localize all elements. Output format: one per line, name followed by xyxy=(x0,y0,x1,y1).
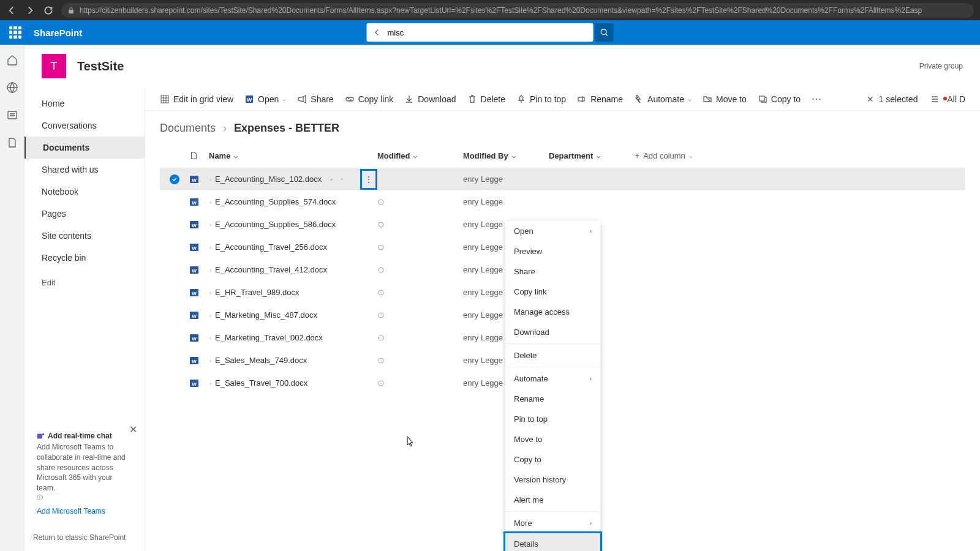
chevron-down-icon: ⌵ xyxy=(688,96,692,102)
chevron-down-icon: ⌵ xyxy=(413,152,417,159)
search-input[interactable] xyxy=(388,28,587,37)
menu-item-details[interactable]: Details xyxy=(503,531,602,551)
svg-rect-10 xyxy=(760,96,764,101)
list-icon xyxy=(930,94,940,104)
content-area: Edit in grid view W Open ⌵ Share Copy li… xyxy=(145,88,980,551)
menu-item-automate[interactable]: Automate› xyxy=(505,369,600,389)
site-logo[interactable]: T xyxy=(42,54,66,78)
add-column-button[interactable]: +Add column⌵ xyxy=(635,151,693,160)
modified-by-cell[interactable]: enry Legge xyxy=(463,197,549,206)
menu-item-rename[interactable]: Rename xyxy=(505,389,600,409)
modified-by-cell[interactable]: enry Legge xyxy=(463,174,549,184)
edit-grid-button[interactable]: Edit in grid view xyxy=(160,94,233,104)
menu-item-more[interactable]: More› xyxy=(505,513,600,533)
file-name-link[interactable]: E_Sales_Travel_700.docx xyxy=(215,378,307,388)
more-commands-button[interactable]: ⋯ xyxy=(812,93,821,105)
file-name-link[interactable]: E_Accounting_Travel_412.docx xyxy=(215,265,327,274)
chat-promo: ✕ Add real-time chat Add Microsoft Teams… xyxy=(32,427,137,520)
share-button[interactable]: Share xyxy=(297,94,333,104)
file-name-link[interactable]: E_HR_Travel_989.docx xyxy=(215,288,300,297)
app-name[interactable]: SharePoint xyxy=(34,28,82,38)
delete-button[interactable]: Delete xyxy=(467,94,505,104)
move-button[interactable]: Move to xyxy=(703,94,747,104)
pin-button[interactable]: Pin to top xyxy=(516,94,566,104)
file-name-link[interactable]: E_Sales_Meals_749.docx xyxy=(215,356,307,365)
modified-column-header[interactable]: Modified⌵ xyxy=(377,151,463,160)
view-selector[interactable]: All D xyxy=(930,94,965,104)
app-launcher-button[interactable] xyxy=(9,26,21,39)
search-back-icon[interactable] xyxy=(373,28,382,37)
menu-item-copy-to[interactable]: Copy to xyxy=(505,449,600,470)
share-icon[interactable] xyxy=(330,175,333,184)
file-name-link[interactable]: E_Marketing_Travel_002.docx xyxy=(215,333,323,342)
file-name-link[interactable]: E_Accounting_Supplies_574.docx xyxy=(215,197,336,206)
menu-item-manage-access[interactable]: Manage access xyxy=(505,302,600,322)
news-icon[interactable] xyxy=(6,109,18,121)
selection-count[interactable]: ✕ 1 selected xyxy=(867,94,918,104)
site-name[interactable]: TestSite xyxy=(77,59,124,73)
clear-selection-icon[interactable]: ✕ xyxy=(867,94,874,104)
nav-item-site-contents[interactable]: Site contents xyxy=(24,225,145,247)
automate-button[interactable]: Automate ⌵ xyxy=(634,94,692,104)
word-icon: W xyxy=(244,94,254,104)
selected-check-icon[interactable] xyxy=(170,174,179,184)
copy-button[interactable]: Copy to xyxy=(758,94,801,104)
file-name-link[interactable]: E_Accounting_Supplies_586.docx xyxy=(215,220,336,229)
modified-by-column-header[interactable]: Modified By⌵ xyxy=(463,151,549,160)
nav-item-shared-with-us[interactable]: Shared with us xyxy=(24,159,145,181)
home-icon[interactable] xyxy=(6,54,18,66)
copy-link-button[interactable]: Copy link xyxy=(345,94,394,104)
nav-item-conversations[interactable]: Conversations xyxy=(24,114,145,137)
chat-promo-link[interactable]: Add Microsoft Teams xyxy=(37,507,132,515)
download-button[interactable]: Download xyxy=(404,94,456,104)
globe-icon[interactable] xyxy=(6,81,18,94)
share-arrow-icon[interactable] xyxy=(341,175,343,184)
rename-icon xyxy=(577,94,587,104)
chevron-down-icon: ⌵ xyxy=(597,152,600,159)
menu-item-open[interactable]: Open› xyxy=(505,221,600,241)
svg-point-27 xyxy=(379,290,383,295)
svg-point-24 xyxy=(379,268,383,272)
svg-text:W: W xyxy=(192,246,197,251)
search-box[interactable] xyxy=(367,23,594,42)
chevron-right-icon: › xyxy=(590,228,592,234)
department-column-header[interactable]: Department⌵ xyxy=(549,151,635,160)
menu-item-alert-me[interactable]: Alert me xyxy=(505,490,600,510)
menu-item-preview[interactable]: Preview xyxy=(505,241,600,261)
classic-link[interactable]: Return to classic SharePoint xyxy=(33,533,126,542)
search-button[interactable] xyxy=(595,23,614,42)
context-menu: Open›PreviewShareCopy linkManage accessD… xyxy=(505,221,600,551)
menu-item-move-to[interactable]: Move to xyxy=(505,429,600,449)
breadcrumb-parent-link[interactable]: Documents xyxy=(160,122,216,135)
menu-item-copy-link[interactable]: Copy link xyxy=(505,282,600,302)
menu-item-share[interactable]: Share xyxy=(505,261,600,282)
browser-url-bar[interactable]: https://citizenbuilders.sharepoint.com/s… xyxy=(61,3,974,18)
nav-item-pages[interactable]: Pages xyxy=(24,203,145,225)
browser-forward-button[interactable] xyxy=(24,5,36,16)
menu-item-pin-to-top[interactable]: Pin to top xyxy=(505,409,600,429)
table-row[interactable]: W⬨E_Accounting_Misc_102.docx⋮enry Legge xyxy=(160,168,965,190)
svg-point-15 xyxy=(379,200,383,204)
row-more-button[interactable]: ⋮ xyxy=(360,169,377,190)
menu-item-version-history[interactable]: Version history xyxy=(505,470,600,490)
files-icon[interactable] xyxy=(6,137,18,149)
open-button[interactable]: W Open ⌵ xyxy=(244,94,286,104)
file-name-link[interactable]: E_Marketing_Misc_487.docx xyxy=(215,310,317,320)
menu-item-delete[interactable]: Delete xyxy=(505,345,600,365)
file-name-link[interactable]: E_Accounting_Misc_102.docx xyxy=(215,174,322,184)
table-row[interactable]: W⬨E_Accounting_Supplies_574.docxenry Leg… xyxy=(160,190,965,213)
browser-back-button[interactable] xyxy=(6,5,17,16)
nav-item-notebook[interactable]: Notebook xyxy=(24,181,145,203)
nav-edit-link[interactable]: Edit xyxy=(24,272,145,293)
nav-item-documents[interactable]: Documents xyxy=(24,137,145,159)
rename-button[interactable]: Rename xyxy=(577,94,623,104)
nav-item-recycle-bin[interactable]: Recycle bin xyxy=(24,247,145,269)
close-icon[interactable]: ✕ xyxy=(129,424,137,435)
menu-item-download[interactable]: Download xyxy=(505,322,600,342)
browser-reload-button[interactable] xyxy=(43,5,54,16)
type-column[interactable] xyxy=(189,151,209,160)
nav-item-home[interactable]: Home xyxy=(24,92,145,114)
name-column-header[interactable]: Name⌵ xyxy=(209,151,377,160)
file-name-link[interactable]: E_Accounting_Travel_256.docx xyxy=(215,242,327,252)
grid-icon xyxy=(160,94,170,104)
